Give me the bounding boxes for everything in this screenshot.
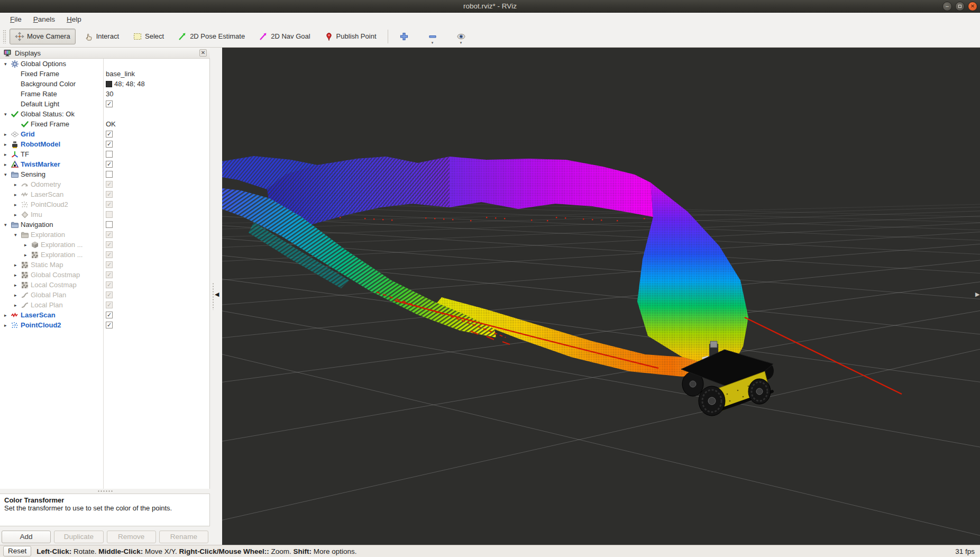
- tree-row-static-map[interactable]: ▸Static Map✓: [0, 260, 209, 270]
- tree-row-global-costmap[interactable]: ▸Global Costmap✓: [0, 270, 209, 280]
- tool-2d-nav-goal[interactable]: 2D Nav Goal: [253, 29, 315, 44]
- tree-row-global-status-ok[interactable]: ▾Global Status: Ok: [0, 109, 209, 119]
- main-area: Displays ✕ ▾Global OptionsFixed Framebas…: [0, 48, 980, 545]
- expander-icon[interactable]: ▾: [14, 232, 21, 238]
- tree-row-laserscan[interactable]: ▸LaserScan✓: [0, 310, 209, 320]
- tree-help-splitter[interactable]: [0, 489, 210, 494]
- tf-axes-icon: [11, 150, 19, 159]
- expander-icon[interactable]: ▾: [4, 222, 11, 227]
- panel-view-splitter[interactable]: ◀: [210, 48, 222, 545]
- expander-icon[interactable]: ▸: [14, 182, 21, 187]
- enabled-checkbox[interactable]: [106, 221, 113, 228]
- collapse-right-strip[interactable]: ▶: [976, 48, 980, 545]
- tree-row-tf[interactable]: ▸TF: [0, 149, 209, 159]
- remove-tool-minus-button[interactable]: ▾: [423, 29, 443, 44]
- tree-row-background-color[interactable]: Background Color48; 48; 48: [0, 79, 209, 89]
- tree-row-exploration[interactable]: ▸Exploration ...✓: [0, 250, 209, 260]
- tree-row-pointcloud2[interactable]: ▸PointCloud2✓: [0, 199, 209, 209]
- expander-icon[interactable]: ▸: [14, 192, 21, 197]
- expander-icon[interactable]: ▸: [24, 242, 31, 248]
- toolbar-separator: [388, 30, 388, 43]
- tool-2d-pose-estimate[interactable]: 2D Pose Estimate: [172, 29, 250, 44]
- tree-row-navigation[interactable]: ▾Navigation: [0, 220, 209, 230]
- path-icon: [21, 291, 29, 299]
- toolbar-drag-handle[interactable]: [3, 30, 6, 43]
- expander-icon[interactable]: ▸: [4, 313, 11, 318]
- tree-row-twistmarker[interactable]: ▸TwistMarker✓: [0, 159, 209, 169]
- tool-select[interactable]: Select: [127, 29, 169, 44]
- tree-row-sensing[interactable]: ▾Sensing: [0, 169, 209, 179]
- tree-value[interactable]: OK: [106, 119, 116, 129]
- tree-label: LaserScan: [31, 190, 63, 198]
- render-viewport[interactable]: ▶: [222, 48, 980, 545]
- expander-icon[interactable]: ▸: [4, 142, 11, 147]
- panel-close-icon[interactable]: ✕: [199, 49, 207, 57]
- maximize-button[interactable]: [955, 2, 965, 11]
- tree-value[interactable]: base_link: [106, 69, 135, 79]
- enabled-checkbox[interactable]: ✓: [106, 161, 113, 168]
- tree-value[interactable]: 48; 48; 48: [106, 79, 145, 89]
- menu-item-help[interactable]: Help: [62, 14, 86, 24]
- expander-icon[interactable]: ▸: [4, 152, 11, 157]
- menu-item-file[interactable]: File: [5, 14, 26, 24]
- expander-icon[interactable]: ▸: [4, 132, 11, 137]
- tree-value: ✓: [106, 300, 113, 310]
- enabled-checkbox[interactable]: ✓: [106, 322, 113, 328]
- enabled-checkbox[interactable]: [106, 151, 113, 158]
- tool-move-camera[interactable]: Move Camera: [10, 29, 76, 44]
- menu-item-panels[interactable]: Panels: [29, 14, 60, 24]
- enabled-checkbox[interactable]: ✓: [106, 312, 113, 318]
- collapse-right-icon[interactable]: ▶: [975, 291, 979, 298]
- tree-row-fixed-frame[interactable]: Fixed Framebase_link: [0, 69, 209, 79]
- tree-row-default-light[interactable]: Default Light✓: [0, 99, 209, 109]
- tool-publish-point[interactable]: Publish Point: [319, 29, 382, 44]
- enabled-checkbox[interactable]: ✓: [106, 101, 113, 107]
- tree-value[interactable]: 30: [106, 89, 113, 99]
- expander-icon[interactable]: ▸: [4, 323, 11, 328]
- toolbar-tools: Move CameraInteractSelect2D Pose Estimat…: [8, 29, 383, 44]
- displays-panel-header[interactable]: Displays ✕: [0, 48, 210, 59]
- expander-icon[interactable]: ▸: [14, 272, 21, 278]
- tree-row-local-plan[interactable]: ▸Local Plan✓: [0, 300, 209, 310]
- title-bar[interactable]: robot.rviz* - RViz – ✕: [0, 0, 980, 13]
- tree-row-laserscan[interactable]: ▸LaserScan✓: [0, 189, 209, 199]
- enabled-checkbox[interactable]: ✓: [106, 131, 113, 138]
- tree-row-local-costmap[interactable]: ▸Local Costmap✓: [0, 280, 209, 290]
- enabled-checkbox: ✓: [106, 201, 113, 208]
- tree-row-exploration[interactable]: ▾Exploration✓: [0, 230, 209, 240]
- tree-row-global-options[interactable]: ▾Global Options: [0, 59, 209, 69]
- minimize-button[interactable]: –: [942, 2, 952, 11]
- tree-row-grid[interactable]: ▸Grid✓: [0, 129, 209, 139]
- add-button[interactable]: Add: [2, 531, 51, 543]
- folder-dim-icon: [21, 231, 29, 239]
- expander-icon[interactable]: ▸: [14, 303, 21, 308]
- close-button[interactable]: ✕: [968, 2, 977, 11]
- enabled-checkbox[interactable]: [106, 171, 113, 178]
- expander-icon[interactable]: ▸: [14, 212, 21, 217]
- tree-row-pointcloud2[interactable]: ▸PointCloud2✓: [0, 320, 209, 330]
- tree-row-odometry[interactable]: ▸Odometry✓: [0, 179, 209, 189]
- reset-button[interactable]: Reset: [3, 546, 31, 556]
- expander-icon[interactable]: ▾: [4, 172, 11, 177]
- tree-row-imu[interactable]: ▸Imu: [0, 209, 209, 220]
- robot-icon: [11, 140, 19, 149]
- scene-svg[interactable]: [222, 48, 980, 545]
- tree-row-global-plan[interactable]: ▸Global Plan✓: [0, 290, 209, 300]
- tree-row-frame-rate[interactable]: Frame Rate30: [0, 89, 209, 99]
- expander-icon[interactable]: ▾: [4, 61, 11, 67]
- add-tool-plus-button[interactable]: [394, 29, 414, 44]
- tool-interact[interactable]: Interact: [79, 29, 124, 44]
- tree-row-exploration[interactable]: ▸Exploration ...✓: [0, 240, 209, 250]
- expander-icon[interactable]: ▸: [14, 282, 21, 288]
- expander-icon[interactable]: ▸: [24, 252, 31, 258]
- expander-icon[interactable]: ▸: [14, 293, 21, 298]
- expander-icon[interactable]: ▸: [4, 162, 11, 167]
- enabled-checkbox[interactable]: ✓: [106, 141, 113, 148]
- expander-icon[interactable]: ▸: [14, 262, 21, 268]
- eye-button[interactable]: ▾: [451, 29, 471, 44]
- tree-row-robotmodel[interactable]: ▸RobotModel✓: [0, 139, 209, 149]
- tree-row-fixed-frame[interactable]: Fixed FrameOK: [0, 119, 209, 129]
- expander-icon[interactable]: ▾: [4, 112, 11, 117]
- collapse-left-icon[interactable]: ◀: [215, 291, 219, 298]
- expander-icon[interactable]: ▸: [14, 202, 21, 207]
